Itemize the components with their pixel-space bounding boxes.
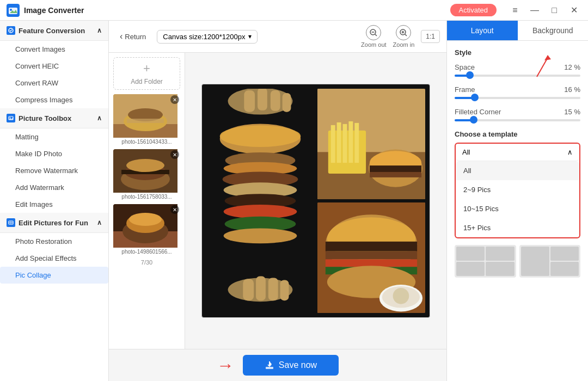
template-dropdown-container: All ∧ All 2~9 Pics 10~15 Pics (455, 143, 580, 238)
template-option-all[interactable]: All (456, 161, 579, 180)
svg-line-80 (537, 58, 548, 77)
zoom-out-button[interactable]: Zoom out (361, 25, 386, 48)
canvas-size-select[interactable]: Canvas size:1200*1200px ▾ (157, 30, 258, 44)
svg-rect-52 (280, 280, 289, 301)
svg-rect-50 (256, 276, 266, 301)
svg-line-16 (405, 34, 407, 36)
close-icon[interactable]: ✕ (566, 3, 581, 18)
picture-toolbox-icon (7, 114, 15, 122)
zoom-out-icon (366, 25, 381, 40)
space-slider-thumb[interactable] (466, 71, 474, 79)
file-thumb-3[interactable]: ✕ photo-1498601566... (113, 204, 180, 255)
svg-point-5 (10, 118, 11, 119)
feature-conversion-chevron: ∧ (97, 27, 102, 34)
sidebar-group-feature-conversion[interactable]: Feature Conversion ∧ (0, 21, 108, 41)
sidebar-group-edit-pictures[interactable]: Edit Pictures for Fun ∧ (0, 213, 108, 233)
template-thumb-2[interactable] (519, 245, 581, 278)
svg-rect-21 (127, 119, 164, 123)
center-panel: ‹ Return Canvas size:1200*1200px ▾ Zoom … (109, 21, 446, 381)
svg-rect-60 (354, 123, 359, 163)
picture-toolbox-label: Picture Toolbox (19, 114, 71, 122)
main-layout: Feature Conversion ∧ Convert Images Conv… (0, 21, 588, 381)
remove-thumb-2-button[interactable]: ✕ (170, 150, 179, 159)
zoom-in-label: Zoom in (393, 41, 415, 48)
sidebar-item-make-id-photo[interactable]: Make ID Photo (0, 145, 108, 162)
canvas-cell-top-right (317, 89, 425, 199)
sidebar-item-add-special-effects[interactable]: Add Special Effects (0, 250, 108, 267)
tab-background[interactable]: Background (518, 21, 589, 40)
sidebar-item-edit-images[interactable]: Edit Images (0, 196, 108, 213)
template-option-10-15[interactable]: 10~15 Pics (456, 199, 579, 218)
sidebar-item-matting[interactable]: Matting (0, 128, 108, 145)
canvas-area (185, 53, 446, 349)
svg-rect-36 (271, 90, 280, 111)
svg-rect-59 (348, 121, 353, 163)
add-folder-button[interactable]: + Add Folder (113, 57, 180, 90)
thumb-image-3 (113, 204, 177, 248)
sidebar-item-compress-images[interactable]: Compress Images (0, 91, 108, 108)
sidebar-item-photo-restoration[interactable]: Photo Restoration (0, 233, 108, 250)
original-ratio-button[interactable]: 1:1 (421, 30, 440, 43)
thumb-image-2 (113, 149, 177, 193)
space-label: Space (455, 63, 475, 71)
app-title: Image Converter (24, 6, 84, 15)
canvas-size-chevron: ▾ (248, 33, 252, 40)
sidebar-item-convert-images[interactable]: Convert Images (0, 41, 108, 58)
file-count: 7/30 (113, 259, 180, 266)
edit-pictures-label: Edit Pictures for Fun (19, 219, 88, 227)
activated-button[interactable]: Activated (450, 4, 497, 16)
svg-rect-51 (268, 278, 278, 301)
svg-line-12 (375, 34, 377, 36)
svg-marker-6 (9, 118, 13, 120)
sidebar-item-remove-watermark[interactable]: Remove Watermark (0, 162, 108, 179)
remove-thumb-3-button[interactable]: ✕ (170, 205, 179, 214)
filleted-corner-label-row: Filleted Corner 15 % (455, 108, 580, 116)
svg-point-26 (126, 159, 164, 172)
frame-label-row: Frame 16 % (455, 85, 580, 94)
template-option-15-plus[interactable]: 15+ Pics (456, 218, 579, 237)
add-folder-label: Add Folder (131, 78, 163, 85)
tab-layout[interactable]: Layout (447, 21, 518, 40)
save-now-button[interactable]: Save now (243, 355, 339, 376)
feature-conversion-label: Feature Conversion (19, 27, 85, 35)
content-area: + Add Folder ✕ phot (109, 53, 446, 349)
sidebar-group-picture-toolbox[interactable]: Picture Toolbox ∧ (0, 108, 108, 128)
zoom-in-button[interactable]: Zoom in (393, 25, 415, 48)
maximize-icon[interactable]: □ (547, 3, 562, 18)
bottom-bar: → Save now (109, 349, 446, 381)
right-tabs: Layout Background (447, 21, 588, 41)
window-controls: ≡ — □ ✕ (507, 3, 581, 18)
remove-thumb-1-button[interactable]: ✕ (170, 95, 179, 104)
svg-rect-68 (326, 242, 417, 251)
file-thumb-2[interactable]: ✕ photo-1561758033... (113, 149, 180, 200)
ratio-label: 1:1 (426, 33, 435, 40)
return-button[interactable]: ‹ Return (115, 29, 150, 44)
picture-toolbox-chevron: ∧ (97, 114, 102, 122)
canvas-cell-left (206, 89, 314, 313)
frame-slider-track[interactable] (455, 97, 580, 99)
toolbar: ‹ Return Canvas size:1200*1200px ▾ Zoom … (109, 21, 446, 53)
sidebar-item-add-watermark[interactable]: Add Watermark (0, 179, 108, 196)
space-slider-row: Space 12 % (455, 63, 580, 77)
right-panel: Layout Background Style Space 12 % (446, 21, 588, 381)
template-thumb-1[interactable] (455, 245, 516, 278)
svg-marker-81 (544, 55, 551, 60)
svg-rect-56 (331, 125, 335, 163)
template-select-box[interactable]: All ∧ (456, 144, 579, 161)
filleted-corner-slider-thumb[interactable] (470, 116, 477, 124)
frame-slider-thumb[interactable] (471, 94, 479, 101)
feature-conversion-icon (7, 26, 15, 35)
sidebar-item-pic-collage[interactable]: Pic Collage (0, 267, 108, 284)
svg-rect-69 (326, 251, 417, 260)
template-option-2-9[interactable]: 2~9 Pics (456, 180, 579, 199)
sidebar-item-convert-raw[interactable]: Convert RAW (0, 75, 108, 91)
filleted-corner-label: Filleted Corner (455, 108, 501, 116)
tab-layout-label: Layout (471, 26, 494, 35)
sidebar-item-convert-heic[interactable]: Convert HEIC (0, 58, 108, 75)
menu-icon[interactable]: ≡ (507, 3, 523, 18)
minimize-icon[interactable]: — (527, 3, 542, 18)
filleted-corner-slider-track[interactable] (455, 119, 580, 121)
svg-rect-63 (370, 165, 421, 172)
tab-background-label: Background (532, 26, 573, 35)
file-thumb-1[interactable]: ✕ photo-1561043433... (113, 94, 180, 145)
